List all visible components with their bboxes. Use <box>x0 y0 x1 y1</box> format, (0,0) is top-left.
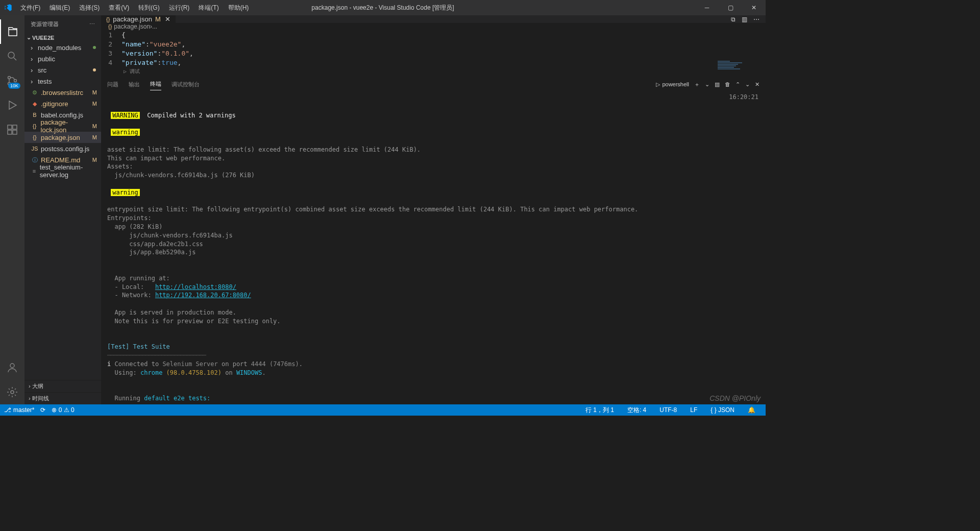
split-icon[interactable]: ▥ <box>742 16 747 23</box>
run-debug-icon[interactable] <box>0 93 24 117</box>
scm-icon[interactable]: 10K <box>0 68 24 93</box>
status-problems[interactable]: ⊗ 0 ⚠ 0 <box>52 406 74 414</box>
status-bar: ⎇ master* ⟳ ⊗ 0 ⚠ 0 行 1，列 1 空格: 4 UTF-8 … <box>0 404 766 416</box>
menu-goto[interactable]: 转到(G) <box>134 2 163 14</box>
menu-file[interactable]: 文件(F) <box>16 2 44 14</box>
svg-point-1 <box>8 77 11 79</box>
status-indent[interactable]: 空格: 4 <box>627 406 646 415</box>
debug-codelens[interactable]: ▷ 调试 <box>124 68 766 75</box>
svg-rect-5 <box>13 125 17 129</box>
sidebar-more-icon[interactable]: ⋯ <box>89 21 95 28</box>
scm-badge: 10K <box>8 83 20 89</box>
vscode-logo-icon <box>4 4 12 12</box>
minimize-button[interactable]: ─ <box>695 0 719 15</box>
menu-view[interactable]: 查看(V) <box>105 2 133 14</box>
json-icon: {} <box>106 16 110 22</box>
tab-package-json[interactable]: {} package.json M ✕ <box>101 15 176 23</box>
json-icon: {} <box>108 23 112 30</box>
status-sync[interactable]: ⟳ <box>40 406 45 414</box>
tab-more-icon[interactable]: ⋯ <box>753 16 760 23</box>
svg-rect-7 <box>13 130 17 134</box>
activity-bar: 10K <box>0 15 24 404</box>
maximize-button[interactable]: ▢ <box>719 0 742 15</box>
panel-tab-problems[interactable]: 问题 <box>107 79 118 90</box>
panel-tab-debug[interactable]: 调试控制台 <box>172 79 200 90</box>
file-postcss-config[interactable]: JSpostcss.config.js <box>24 143 101 154</box>
svg-point-3 <box>14 80 17 82</box>
folder-tests[interactable]: ›tests <box>24 76 101 87</box>
file-selenium-log[interactable]: ≡test_selenium-server.log <box>24 165 101 177</box>
status-eol[interactable]: LF <box>690 406 697 415</box>
folder-src[interactable]: ›src <box>24 64 101 76</box>
menu-run[interactable]: 运行(R) <box>165 2 194 14</box>
file-gitignore[interactable]: ◆.gitignoreM <box>24 98 101 109</box>
panel-tab-output[interactable]: 输出 <box>129 79 140 90</box>
svg-rect-4 <box>8 125 12 129</box>
folder-node-modules[interactable]: ›node_modules <box>24 42 101 53</box>
folder-public[interactable]: ›public <box>24 53 101 64</box>
menu-edit[interactable]: 编辑(E) <box>45 2 74 14</box>
svg-point-0 <box>8 52 14 58</box>
new-terminal-icon[interactable]: ＋ <box>694 81 700 88</box>
title-bar: 文件(F) 编辑(E) 选择(S) 查看(V) 转到(G) 运行(R) 终端(T… <box>0 0 766 15</box>
menu-bar: 文件(F) 编辑(E) 选择(S) 查看(V) 转到(G) 运行(R) 终端(T… <box>16 2 253 14</box>
svg-rect-6 <box>8 130 12 134</box>
search-icon[interactable] <box>0 44 24 68</box>
panel-tab-terminal[interactable]: 终端 <box>150 78 161 90</box>
watermark: CSDN @PIOnly <box>709 394 761 402</box>
status-notifications-icon[interactable]: 🔔 <box>748 406 755 415</box>
editor-tabs: {} package.json M ✕ ⧉ ▥ ⋯ <box>101 15 766 23</box>
svg-point-9 <box>11 391 14 394</box>
timeline-section[interactable]: › 时间线 <box>24 392 101 404</box>
menu-select[interactable]: 选择(S) <box>75 2 104 14</box>
new-terminal-dropdown-icon[interactable]: ⌄ <box>705 81 709 88</box>
outline-section[interactable]: › 大纲 <box>24 380 101 392</box>
terminal-timestamp: 16:20:21 <box>729 93 758 102</box>
project-root[interactable]: ⌄VUEE2E <box>24 33 101 42</box>
extensions-icon[interactable] <box>0 117 24 142</box>
breadcrumb[interactable]: {} package.json › ... <box>101 23 766 30</box>
menu-help[interactable]: 帮助(H) <box>224 2 253 14</box>
terminal-selector[interactable]: ▷ powershell <box>656 81 689 88</box>
status-language[interactable]: { } JSON <box>710 406 734 415</box>
status-cursor-pos[interactable]: 行 1，列 1 <box>585 406 614 415</box>
code-editor[interactable]: 1{ 2 "name": "vuee2e", 3 "version": "0.1… <box>101 30 766 76</box>
explorer-icon[interactable] <box>0 19 24 44</box>
accounts-icon[interactable] <box>0 355 24 380</box>
compare-icon[interactable]: ⧉ <box>731 16 736 23</box>
sidebar-title: 资源管理器 <box>31 20 59 28</box>
menu-terminal[interactable]: 终端(T) <box>194 2 223 14</box>
terminal-content[interactable]: 16:20:21 WARNING Compiled with 2 warning… <box>101 92 766 416</box>
explorer-sidebar: 资源管理器 ⋯ ⌄VUEE2E ›node_modules ›public ›s… <box>24 15 101 404</box>
close-button[interactable]: ✕ <box>742 0 766 15</box>
window-title: package.json - vuee2e - Visual Studio Co… <box>311 4 454 12</box>
minimap[interactable] <box>718 61 758 91</box>
tab-close-icon[interactable]: ✕ <box>165 15 170 23</box>
file-browserslistrc[interactable]: ⚙.browserslistrcM <box>24 87 101 98</box>
bottom-panel: 问题 输出 终端 调试控制台 ▷ powershell ＋ ⌄ ▥ 🗑 ⌃ ⌄ … <box>101 76 766 416</box>
svg-point-8 <box>10 364 14 368</box>
settings-icon[interactable] <box>0 380 24 404</box>
status-encoding[interactable]: UTF-8 <box>659 406 677 415</box>
status-branch[interactable]: ⎇ master* <box>4 406 34 414</box>
file-package-lock[interactable]: {}package-lock.jsonM <box>24 120 101 132</box>
